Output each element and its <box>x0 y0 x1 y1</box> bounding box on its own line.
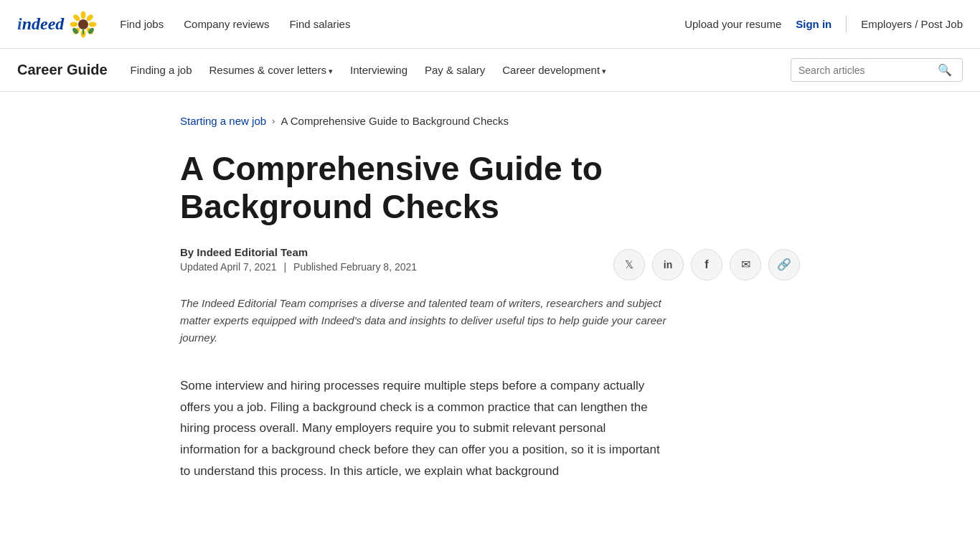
svg-point-0 <box>78 19 88 29</box>
article-meta: By Indeed Editorial Team Updated April 7… <box>180 246 800 281</box>
top-navigation: indeed Find jobs Company reviews Find sa… <box>0 0 980 49</box>
author-line: By Indeed Editorial Team <box>180 246 417 258</box>
top-nav-links: Find jobs Company reviews Find salaries <box>120 18 684 30</box>
interviewing-link[interactable]: Interviewing <box>350 64 407 76</box>
author-name: By Indeed Editorial Team <box>180 246 308 258</box>
link-copy-button[interactable]: 🔗 <box>768 249 800 281</box>
email-icon: ✉ <box>741 258 750 271</box>
sunflower-icon <box>70 11 97 38</box>
linkedin-icon: in <box>664 259 672 270</box>
link-icon: 🔗 <box>777 258 791 271</box>
employers-link[interactable]: Employers / Post Job <box>861 18 963 30</box>
find-salaries-link[interactable]: Find salaries <box>289 18 350 30</box>
search-box: 🔍 <box>791 58 963 82</box>
career-guide-title: Career Guide <box>17 62 108 78</box>
svg-point-1 <box>81 11 86 19</box>
company-reviews-link[interactable]: Company reviews <box>184 18 269 30</box>
career-guide-navigation: Career Guide Finding a job Resumes & cov… <box>0 49 980 92</box>
top-nav-right: Upload your resume Sign in Employers / P… <box>684 16 963 33</box>
author-bio: The Indeed Editorial Team comprises a di… <box>180 295 668 347</box>
career-development-link[interactable]: Career development ▾ <box>502 64 606 76</box>
article-title: A Comprehensive Guide to Background Chec… <box>180 150 797 226</box>
email-share-button[interactable]: ✉ <box>730 249 761 281</box>
breadcrumb-separator: › <box>272 116 275 126</box>
resumes-cover-letters-link[interactable]: Resumes & cover letters ▾ <box>209 64 333 76</box>
career-nav-links: Finding a job Resumes & cover letters ▾ … <box>131 64 791 76</box>
breadcrumb: Starting a new job › A Comprehensive Gui… <box>180 115 800 127</box>
twitter-share-button[interactable]: 𝕏 <box>613 249 645 281</box>
dropdown-arrow-icon-2: ▾ <box>600 67 606 75</box>
article-body-paragraph: Some interview and hiring processes requ… <box>180 375 668 482</box>
nav-divider <box>846 16 847 33</box>
svg-point-7 <box>70 22 78 27</box>
facebook-icon: f <box>705 258 708 271</box>
date-updated: Updated April 7, 2021 <box>180 261 277 273</box>
upload-resume-link[interactable]: Upload your resume <box>684 18 781 30</box>
breadcrumb-parent-link[interactable]: Starting a new job <box>180 115 266 127</box>
sign-in-button[interactable]: Sign in <box>796 18 831 30</box>
share-buttons: 𝕏 in f ✉ 🔗 <box>613 249 800 281</box>
facebook-share-button[interactable]: f <box>691 249 722 281</box>
date-published: Published February 8, 2021 <box>293 261 417 273</box>
main-content: Starting a new job › A Comprehensive Gui… <box>146 92 834 525</box>
dropdown-arrow-icon: ▾ <box>326 67 333 75</box>
svg-rect-11 <box>83 29 84 34</box>
meta-left: By Indeed Editorial Team Updated April 7… <box>180 246 417 273</box>
search-submit-button[interactable]: 🔍 <box>935 63 955 77</box>
breadcrumb-current: A Comprehensive Guide to Background Chec… <box>281 115 509 127</box>
finding-a-job-link[interactable]: Finding a job <box>131 64 192 76</box>
date-line: Updated April 7, 2021 | Published Februa… <box>180 261 417 273</box>
linkedin-share-button[interactable]: in <box>652 249 684 281</box>
svg-point-3 <box>89 22 97 27</box>
indeed-logo-text: indeed <box>17 14 64 34</box>
pay-salary-link[interactable]: Pay & salary <box>425 64 485 76</box>
search-input[interactable] <box>798 65 935 76</box>
indeed-logo-link[interactable]: indeed <box>17 11 97 38</box>
twitter-icon: 𝕏 <box>625 258 633 271</box>
article-body: Some interview and hiring processes requ… <box>180 375 668 482</box>
find-jobs-link[interactable]: Find jobs <box>120 18 164 30</box>
date-separator: | <box>284 261 287 273</box>
